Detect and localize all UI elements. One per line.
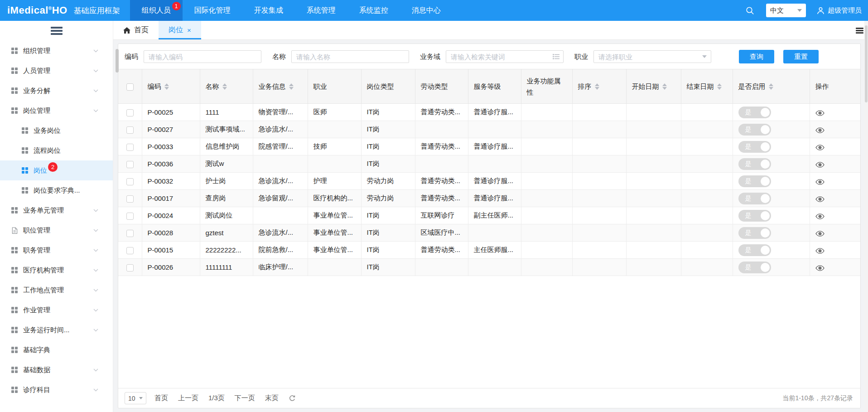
view-icon[interactable] xyxy=(815,127,825,133)
sort-icon[interactable] xyxy=(769,83,773,90)
column-header-11[interactable]: 结束日期 xyxy=(681,69,733,104)
reset-button[interactable]: 重置 xyxy=(783,50,819,63)
nav-item-6[interactable]: 消息中心 xyxy=(400,0,453,21)
tab-home[interactable]: 首页 xyxy=(113,21,159,39)
row-checkbox[interactable] xyxy=(126,264,134,271)
sidebar-collapse-button[interactable] xyxy=(0,21,113,41)
view-icon[interactable] xyxy=(815,196,825,202)
sidebar-item-5[interactable]: 业务岗位 xyxy=(0,121,113,141)
page-size-select[interactable]: 10 xyxy=(125,392,146,404)
cell-start-date xyxy=(626,224,681,242)
sidebar-item-18[interactable]: 诊疗科目 xyxy=(0,380,113,400)
sidebar-item-15[interactable]: 业务运行时间... xyxy=(0,320,113,340)
name-input[interactable] xyxy=(291,50,409,63)
enabled-toggle[interactable]: 是 xyxy=(738,262,771,273)
sidebar-item-8[interactable]: 岗位要求字典... xyxy=(0,180,113,200)
sort-icon[interactable] xyxy=(164,83,169,90)
column-header-12[interactable]: 是否启用 xyxy=(733,69,810,104)
view-icon[interactable] xyxy=(815,145,825,150)
row-checkbox[interactable] xyxy=(126,230,134,237)
list-icon[interactable] xyxy=(553,54,560,59)
refresh-icon[interactable] xyxy=(289,395,296,402)
enabled-toggle[interactable]: 是 xyxy=(738,193,771,204)
sidebar-item-4[interactable]: 岗位管理 xyxy=(0,101,113,121)
sidebar-item-10[interactable]: 职位管理 xyxy=(0,220,113,240)
cell-name: 测试w xyxy=(200,155,253,173)
enabled-toggle[interactable]: 是 xyxy=(738,107,771,118)
vertical-scrollbar[interactable] xyxy=(864,21,868,412)
scrollbar-thumb[interactable] xyxy=(865,25,868,102)
prev-page-link[interactable]: 上一页 xyxy=(178,394,198,402)
enabled-toggle[interactable]: 是 xyxy=(738,244,771,256)
first-page-link[interactable]: 首页 xyxy=(154,394,168,402)
nav-item-4[interactable]: 系统管理 xyxy=(295,0,347,21)
enabled-toggle[interactable]: 是 xyxy=(738,141,771,153)
nav-item-3[interactable]: 开发集成 xyxy=(242,0,295,21)
view-icon[interactable] xyxy=(815,248,825,254)
code-input[interactable] xyxy=(144,50,261,63)
sidebar-item-16[interactable]: 基础字典 xyxy=(0,340,113,360)
column-header-3[interactable]: 业务信息 xyxy=(253,69,308,104)
sidebar-item-12[interactable]: 医疗机构管理 xyxy=(0,260,113,280)
search-button[interactable]: 查询 xyxy=(739,50,774,63)
sidebar-item-1[interactable]: 组织管理 xyxy=(0,41,113,61)
sidebar-item-14[interactable]: 作业管理 xyxy=(0,300,113,320)
view-icon[interactable] xyxy=(815,231,825,237)
cell-labor-type: 互联网诊疗 xyxy=(415,207,468,224)
row-checkbox[interactable] xyxy=(126,195,134,203)
language-select[interactable]: 中文 xyxy=(766,4,806,17)
sidebar-item-6[interactable]: 流程岗位 xyxy=(0,141,113,160)
row-checkbox[interactable] xyxy=(126,109,134,116)
close-icon[interactable]: × xyxy=(187,26,191,34)
chevron-down-icon[interactable] xyxy=(702,55,707,58)
sort-icon[interactable] xyxy=(717,83,722,90)
row-checkbox[interactable] xyxy=(126,213,134,220)
view-icon[interactable] xyxy=(815,179,825,185)
view-icon[interactable] xyxy=(815,110,825,116)
tab-post[interactable]: 岗位× xyxy=(159,21,201,39)
enabled-toggle[interactable]: 是 xyxy=(738,124,771,136)
nav-item-1[interactable]: 组织人员1 xyxy=(130,0,183,21)
sidebar-item-13[interactable]: 工作地点管理 xyxy=(0,280,113,300)
enabled-toggle[interactable]: 是 xyxy=(738,210,771,222)
next-page-link[interactable]: 下一页 xyxy=(235,394,255,402)
tab-list-menu-icon[interactable] xyxy=(856,27,863,34)
business-domain-input[interactable] xyxy=(446,50,564,63)
sidebar-item-9[interactable]: 业务单元管理 xyxy=(0,200,113,220)
sort-icon[interactable] xyxy=(595,83,599,90)
sidebar-item-17[interactable]: 基础数据 xyxy=(0,360,113,380)
search-icon[interactable] xyxy=(746,6,754,15)
sidebar-item-7[interactable]: 岗位2 xyxy=(0,160,113,180)
sort-icon[interactable] xyxy=(289,83,294,90)
sidebar-item-11[interactable]: 职务管理 xyxy=(0,240,113,260)
left-scrollbar-thumb[interactable] xyxy=(116,49,119,73)
column-header-1[interactable]: 编码 xyxy=(142,69,200,104)
select-all-checkbox[interactable] xyxy=(126,83,134,91)
enabled-toggle[interactable]: 是 xyxy=(738,227,771,239)
column-header-9[interactable]: 排序 xyxy=(572,69,626,104)
enabled-toggle[interactable]: 是 xyxy=(738,158,771,170)
sidebar-item-3[interactable]: 业务分解 xyxy=(0,81,113,101)
row-checkbox[interactable] xyxy=(126,178,134,185)
occupation-select[interactable] xyxy=(593,50,711,63)
row-checkbox[interactable] xyxy=(126,247,134,254)
sidebar-item-2[interactable]: 人员管理 xyxy=(0,61,113,81)
last-page-link[interactable]: 末页 xyxy=(265,394,279,402)
nav-item-5[interactable]: 系统监控 xyxy=(347,0,400,21)
row-checkbox[interactable] xyxy=(126,144,134,151)
view-icon[interactable] xyxy=(815,162,825,168)
row-checkbox[interactable] xyxy=(126,161,134,168)
sort-icon[interactable] xyxy=(222,83,227,90)
select-all-header[interactable] xyxy=(118,69,142,104)
user-menu[interactable]: 超级管理员 xyxy=(817,6,862,15)
view-icon[interactable] xyxy=(815,265,825,271)
row-checkbox[interactable] xyxy=(126,126,134,134)
column-header-2[interactable]: 名称 xyxy=(200,69,253,104)
sort-icon[interactable] xyxy=(662,83,667,90)
cell-sort xyxy=(572,207,626,224)
view-icon[interactable] xyxy=(815,213,825,219)
enabled-toggle[interactable]: 是 xyxy=(738,175,771,187)
toggle-knob xyxy=(761,228,770,238)
column-header-10[interactable]: 开始日期 xyxy=(626,69,681,104)
nav-item-2[interactable]: 国际化管理 xyxy=(183,0,242,21)
